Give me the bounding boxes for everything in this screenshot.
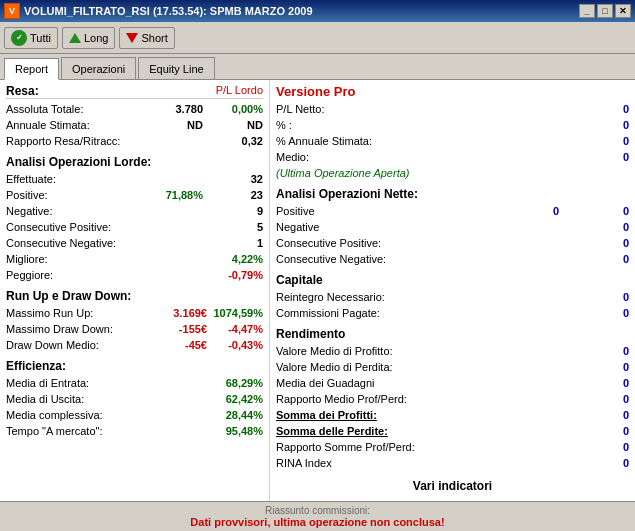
somma-profitti-label: Somma dei Profitti:: [276, 407, 579, 423]
long-label: Long: [84, 32, 108, 44]
rapporto-label: Rapporto Resa/Ritracc:: [6, 133, 213, 149]
annuale-label: Annuale Stimata:: [6, 117, 153, 133]
positive-nette-value2: 0: [579, 203, 629, 219]
media-entrata-label: Media di Entrata:: [6, 375, 213, 391]
positive-nette-label: Positive: [276, 203, 509, 219]
analisi-nette-header: Analisi Operazioni Nette:: [276, 187, 629, 201]
valore-profitto-value: 0: [579, 343, 629, 359]
drawdown-medio-label: Draw Down Medio:: [6, 337, 157, 353]
rapporto-profperd-label: Rapporto Medio Prof/Perd:: [276, 391, 579, 407]
consecutive-neg-nette-value: 0: [579, 251, 629, 267]
somma-profitti-value: 0: [579, 407, 629, 423]
reintegro-value: 0: [579, 289, 629, 305]
tabs: Report Operazioni Equity Line: [0, 54, 635, 80]
percent-label: % :: [276, 117, 579, 133]
rendimento-header: Rendimento: [276, 327, 629, 341]
annuale-value2: ND: [213, 117, 263, 133]
reintegro-label: Reintegro Necessario:: [276, 289, 579, 305]
consecutive-pos-value: 5: [213, 219, 263, 235]
rapporto-somme-value: 0: [579, 439, 629, 455]
capitale-header: Capitale: [276, 273, 629, 287]
left-panel: Resa: P/L Lordo Assoluta Totale: 3.780 0…: [0, 80, 270, 501]
window-title: VOLUMI_FILTRATO_RSI (17.53.54): SPMB MAR…: [24, 5, 313, 17]
annuale-value1: ND: [153, 117, 203, 133]
rina-label: RINA Index: [276, 455, 579, 471]
positive-label: Positive:: [6, 187, 153, 203]
consecutive-pos-nette-label: Consecutive Positive:: [276, 235, 579, 251]
positive-nette-value1: 0: [509, 203, 559, 219]
versione-pro-label: Versione Pro: [276, 84, 629, 99]
massimo-drawdown-value2: -4,47%: [213, 321, 263, 337]
media-uscita-value: 62,42%: [213, 391, 263, 407]
rapporto-profperd-value: 0: [579, 391, 629, 407]
massimo-runup-value2: 1074,59%: [213, 305, 263, 321]
drawdown-medio-value2: -0,43%: [213, 337, 263, 353]
drawdown-medio-value1: -45€: [157, 337, 207, 353]
assoluta-value2: 0,00%: [213, 101, 263, 117]
negative-value: 9: [213, 203, 263, 219]
somma-perdite-label: Somma delle Perdite:: [276, 423, 579, 439]
media-entrata-value: 68,29%: [213, 375, 263, 391]
ultima-op-label: (Ultima Operazione Aperta): [276, 165, 409, 181]
footer: Riassunto commissioni: Dati provvisori, …: [0, 501, 635, 531]
migliore-value: 4,22%: [213, 251, 263, 267]
riassunto-label: Riassunto commissioni:: [265, 505, 370, 516]
massimo-drawdown-value1: -155€: [157, 321, 207, 337]
tempo-value: 95,48%: [213, 423, 263, 439]
tutti-label: Tutti: [30, 32, 51, 44]
analisi-lorde-header: Analisi Operazioni Lorde:: [6, 155, 263, 169]
assoluta-label: Assoluta Totale:: [6, 101, 153, 117]
efficienza-header: Efficienza:: [6, 359, 263, 373]
percent-annuale-label: % Annuale Stimata:: [276, 133, 579, 149]
assoluta-value1: 3.780: [153, 101, 203, 117]
percent-annuale-value: 0: [579, 133, 629, 149]
long-button[interactable]: Long: [62, 27, 115, 49]
tutti-icon: ✓: [11, 30, 27, 46]
minimize-button[interactable]: _: [579, 4, 595, 18]
consecutive-neg-nette-label: Consecutive Negative:: [276, 251, 579, 267]
content: Resa: P/L Lordo Assoluta Totale: 3.780 0…: [0, 80, 635, 501]
tab-equity-line[interactable]: Equity Line: [138, 57, 214, 79]
runup-header: Run Up e Draw Down:: [6, 289, 263, 303]
valore-perdita-value: 0: [579, 359, 629, 375]
maximize-button[interactable]: □: [597, 4, 613, 18]
valore-perdita-label: Valore Medio di Perdita:: [276, 359, 579, 375]
media-guadagni-label: Media dei Guadagni: [276, 375, 579, 391]
rapporto-value: 0,32: [213, 133, 263, 149]
commissioni-label: Commissioni Pagate:: [276, 305, 579, 321]
pl-netto-label: P/L Netto:: [276, 101, 579, 117]
positive-value2: 23: [213, 187, 263, 203]
media-uscita-label: Media di Uscita:: [6, 391, 213, 407]
consecutive-neg-label: Consecutive Negative:: [6, 235, 213, 251]
consecutive-pos-label: Consecutive Positive:: [6, 219, 213, 235]
negative-nette-label: Negative: [276, 219, 579, 235]
close-button[interactable]: ✕: [615, 4, 631, 18]
valore-profitto-label: Valore Medio di Profitto:: [276, 343, 579, 359]
negative-nette-value: 0: [579, 219, 629, 235]
effettuate-value: 32: [213, 171, 263, 187]
vari-header: Vari indicatori: [276, 479, 629, 493]
pl-netto-value: 0: [579, 101, 629, 117]
massimo-runup-label: Massimo Run Up:: [6, 305, 157, 321]
tempo-label: Tempo "A mercato":: [6, 423, 213, 439]
peggiore-value: -0,79%: [213, 267, 263, 283]
short-label: Short: [141, 32, 167, 44]
long-icon: [69, 33, 81, 43]
media-guadagni-value: 0: [579, 375, 629, 391]
warning-text: Dati provvisori, ultima operazione non c…: [190, 516, 444, 528]
tutti-button[interactable]: ✓ Tutti: [4, 27, 58, 49]
rapporto-somme-label: Rapporto Somme Prof/Perd:: [276, 439, 579, 455]
tab-report[interactable]: Report: [4, 58, 59, 80]
tab-operazioni[interactable]: Operazioni: [61, 57, 136, 79]
consecutive-neg-value: 1: [213, 235, 263, 251]
medio-label: Medio:: [276, 149, 579, 165]
resa-label: Resa:: [6, 84, 39, 98]
rina-value: 0: [579, 455, 629, 471]
percent-value: 0: [579, 117, 629, 133]
short-button[interactable]: Short: [119, 27, 174, 49]
somma-perdite-value: 0: [579, 423, 629, 439]
media-complessiva-value: 28,44%: [213, 407, 263, 423]
title-bar: V VOLUMI_FILTRATO_RSI (17.53.54): SPMB M…: [0, 0, 635, 22]
right-panel: Versione Pro P/L Netto: 0 % : 0 % Annual…: [270, 80, 635, 501]
pl-lordo-label: P/L Lordo: [216, 84, 263, 98]
